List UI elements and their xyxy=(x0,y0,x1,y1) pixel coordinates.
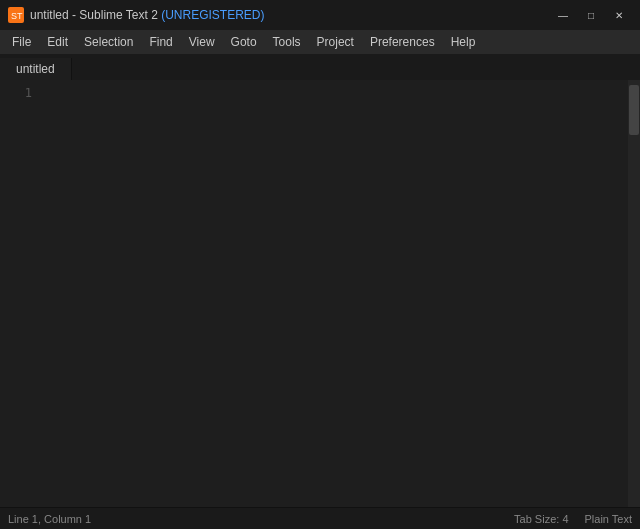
scrollbar-thumb[interactable] xyxy=(629,85,639,135)
menu-selection[interactable]: Selection xyxy=(76,30,141,54)
vertical-scrollbar[interactable] xyxy=(628,80,640,507)
tab-bar: untitled xyxy=(0,54,640,80)
editor-container: 1 xyxy=(0,80,640,507)
title-bar: ST untitled - Sublime Text 2 (UNREGISTER… xyxy=(0,0,640,30)
menu-view[interactable]: View xyxy=(181,30,223,54)
syntax-label[interactable]: Plain Text xyxy=(585,513,633,525)
minimize-button[interactable]: — xyxy=(550,5,576,25)
title-text: untitled - Sublime Text 2 (UNREGISTERED) xyxy=(30,8,265,22)
menu-file[interactable]: File xyxy=(4,30,39,54)
status-right: Tab Size: 4 Plain Text xyxy=(514,513,632,525)
menu-project[interactable]: Project xyxy=(309,30,362,54)
line-number-1: 1 xyxy=(0,84,40,102)
menu-help[interactable]: Help xyxy=(443,30,484,54)
app-icon: ST xyxy=(8,7,24,23)
menu-find[interactable]: Find xyxy=(141,30,180,54)
menu-edit[interactable]: Edit xyxy=(39,30,76,54)
editor-body[interactable] xyxy=(40,80,628,507)
cursor-position: Line 1, Column 1 xyxy=(8,513,91,525)
line-gutter: 1 xyxy=(0,80,40,507)
menu-tools[interactable]: Tools xyxy=(265,30,309,54)
maximize-button[interactable]: □ xyxy=(578,5,604,25)
menu-goto[interactable]: Goto xyxy=(223,30,265,54)
tab-size: Tab Size: 4 xyxy=(514,513,568,525)
menu-bar: File Edit Selection Find View Goto Tools… xyxy=(0,30,640,54)
title-left: ST untitled - Sublime Text 2 (UNREGISTER… xyxy=(8,7,265,23)
svg-text:ST: ST xyxy=(11,11,23,21)
close-button[interactable]: ✕ xyxy=(606,5,632,25)
window-controls: — □ ✕ xyxy=(550,5,632,25)
menu-preferences[interactable]: Preferences xyxy=(362,30,443,54)
status-bar: Line 1, Column 1 Tab Size: 4 Plain Text xyxy=(0,507,640,529)
tab-untitled[interactable]: untitled xyxy=(0,58,72,80)
